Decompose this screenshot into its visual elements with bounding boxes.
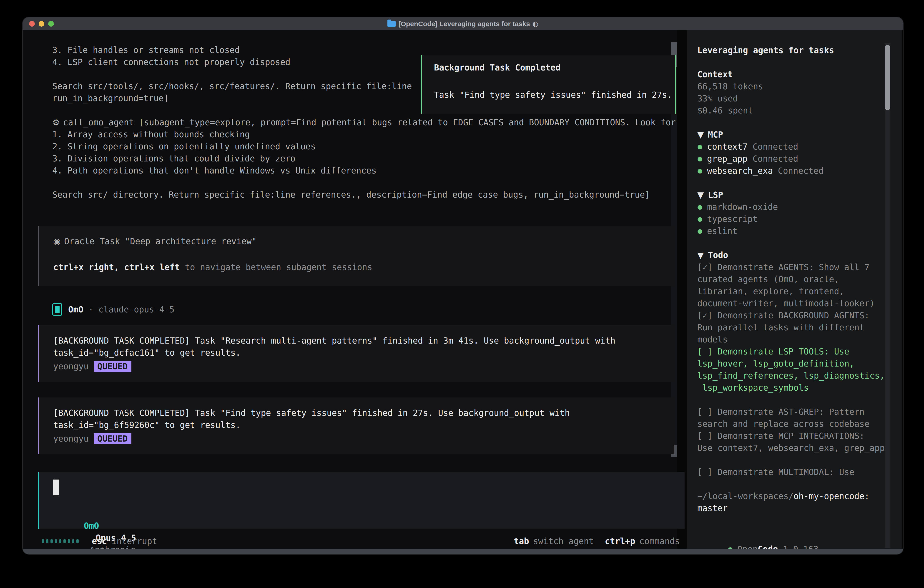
gear-icon: ⚙ xyxy=(52,117,60,127)
todo-section-header[interactable]: ▼Todo xyxy=(697,249,902,261)
todo-line: document-writer, multimodal-looker) xyxy=(697,297,902,309)
spacer xyxy=(697,394,902,406)
context-used: 33% used xyxy=(697,92,902,105)
tool-call-line: ⚙call_omo_agent [subagent_type=explore, … xyxy=(52,116,676,129)
esc-key-hint: esc xyxy=(92,537,107,546)
agent-name: OmO xyxy=(68,305,83,314)
ctrlp-key-hint: ctrl+p xyxy=(605,537,635,546)
lsp-item: ●markdown-oxide xyxy=(697,201,902,213)
spinner-dot xyxy=(42,539,44,543)
todo-line: models xyxy=(697,334,902,345)
task-meta-row: yeongyu QUEUED xyxy=(53,360,131,373)
chevron-down-icon: ▼ xyxy=(697,250,704,260)
oracle-task-hint: ctrl+x right, ctrl+x left to navigate be… xyxy=(53,261,372,273)
todo-line-active: [ ] Demonstrate LSP TOOLS: Use xyxy=(697,345,902,358)
terminal-line: 3. File handles or streams not closed xyxy=(52,44,676,56)
terminal-line: 4. Path operations that don't handle Win… xyxy=(52,165,676,177)
todo-line: [ ] Demonstrate AST-GREP: Pattern xyxy=(697,406,902,418)
context-tokens: 66,518 tokens xyxy=(697,81,902,92)
status-dot-icon: ● xyxy=(697,167,703,174)
app-version-footer: ●OpenCode 1.0.163 xyxy=(697,531,818,543)
tab-key-label: switch agent xyxy=(533,537,594,546)
spinner-dot xyxy=(68,539,70,543)
spacer xyxy=(697,56,902,68)
todo-line: librarian, explore, frontend, xyxy=(697,285,902,297)
prompt-input[interactable]: OmO Opus 4.5 Anthropic xyxy=(38,472,685,529)
text-cursor xyxy=(53,479,59,495)
task-user: yeongyu xyxy=(53,434,89,444)
task-meta-row: yeongyu QUEUED xyxy=(53,432,131,445)
todo-header-label: Todo xyxy=(708,250,728,260)
context-spent: $0.46 spent xyxy=(697,105,902,117)
agent-header: OmO · claude-opus-4-5 xyxy=(52,303,174,316)
spacer xyxy=(697,237,902,249)
input-agent-name[interactable]: OmO xyxy=(84,521,99,531)
workspace-path: ~/local-workspaces/oh-my-opencode: xyxy=(697,490,902,502)
window-title: [OpenCode] Leveraging agents for tasks ◐ xyxy=(23,17,903,30)
input-meta-row: OmO Opus 4.5 Anthropic xyxy=(53,508,136,520)
todo-line: [✓] Demonstrate AGENTS: Show all 7 xyxy=(697,261,902,273)
background-task-toast[interactable]: Background Task Completed Task "Find typ… xyxy=(421,55,676,114)
separator-dot: · xyxy=(88,305,94,314)
lsp-section-header[interactable]: ▼LSP xyxy=(697,189,902,201)
esc-key-label: interrupt xyxy=(112,537,157,546)
app-window: 3. File handles or streams not closed 4.… xyxy=(23,17,903,554)
terminal-line: 1. Array access without bounds checking xyxy=(52,129,676,140)
task-message-line: [BACKGROUND TASK COMPLETED] Task "Find t… xyxy=(53,407,570,419)
terminal-line xyxy=(52,177,676,189)
terminal-line: 2. String operations on potentially unde… xyxy=(52,140,676,153)
toast-title: Background Task Completed xyxy=(434,62,561,74)
chevron-down-icon: ▼ xyxy=(697,190,704,200)
todo-line-active: lsp_hover, lsp_goto_definition, xyxy=(697,358,902,370)
spinner-dot xyxy=(55,539,57,543)
sidebar-scrollbar-track[interactable] xyxy=(884,43,890,548)
mcp-name: websearch_exa xyxy=(707,166,773,176)
spacer xyxy=(697,177,902,189)
lsp-name: eslint xyxy=(707,226,738,236)
todo-line: search and replace across codebase xyxy=(697,418,902,430)
mcp-item: ●context7 Connected xyxy=(697,141,902,153)
status-dot-icon: ● xyxy=(697,216,703,222)
todo-line: Use context7, websearch_exa, grep_app xyxy=(697,442,902,454)
tab-key-hint: tab xyxy=(514,537,529,546)
fisheye-icon: ◉ xyxy=(53,236,61,246)
todo-line: [✓] Demonstrate BACKGROUND AGENTS: xyxy=(697,309,902,322)
context-header: Context xyxy=(697,68,902,81)
todo-line: [ ] Demonstrate MULTIMODAL: Use xyxy=(697,466,902,478)
todo-line: [ ] Demonstrate MCP INTEGRATIONS: xyxy=(697,430,902,442)
todo-line: curated agents (OmO, oracle, xyxy=(697,273,902,285)
sidebar: Leveraging agents for tasks Context 66,5… xyxy=(686,30,902,549)
ctrlp-key-label: commands xyxy=(639,537,680,546)
task-user: yeongyu xyxy=(53,362,89,371)
status-dot-icon: ● xyxy=(697,203,703,210)
oracle-task-box: ◉Oracle Task "Deep architecture review" … xyxy=(38,226,674,286)
workspace-path-dim: ~/local-workspaces/ xyxy=(697,491,794,501)
toast-body: Task "Find type safety issues" finished … xyxy=(434,89,672,101)
mcp-status: Connected xyxy=(752,142,798,152)
queued-badge: QUEUED xyxy=(94,433,131,444)
background-task-message: [BACKGROUND TASK COMPLETED] Task "Find t… xyxy=(38,398,674,454)
window-titlebar: [OpenCode] Leveraging agents for tasks ◐ xyxy=(23,17,903,30)
hint-keys: ctrl+x right, ctrl+x left xyxy=(53,263,180,272)
queued-badge: QUEUED xyxy=(94,361,131,372)
sidebar-scrollbar-thumb[interactable] xyxy=(884,45,890,110)
status-dot-icon: ● xyxy=(697,228,703,235)
todo-line-active: lsp_workspace_symbols xyxy=(697,382,902,394)
spacer xyxy=(697,454,902,466)
workspace-path-strong: oh-my-opencode: xyxy=(794,491,870,501)
mcp-status xyxy=(747,154,752,164)
chevron-down-icon: ▼ xyxy=(697,130,704,140)
lsp-item: ●typescript xyxy=(697,213,902,225)
spinner-dot xyxy=(51,539,53,543)
oracle-task-text: Oracle Task "Deep architecture review" xyxy=(64,236,256,246)
spacer xyxy=(697,478,902,490)
mcp-section-header[interactable]: ▼MCP xyxy=(697,129,902,141)
hint-text: to navigate between subagent sessions xyxy=(180,263,372,272)
mcp-status: Connected xyxy=(752,154,798,164)
tool-call-text: call_omo_agent [subagent_type=explore, p… xyxy=(63,117,676,127)
oracle-task-title: ◉Oracle Task "Deep architecture review" xyxy=(53,235,257,248)
omo-agent-icon xyxy=(52,303,62,315)
task-message-line: [BACKGROUND TASK COMPLETED] Task "Resear… xyxy=(53,335,615,347)
terminal-line: Search src/ directory. Return specific f… xyxy=(52,189,676,201)
spinner-dot xyxy=(46,539,48,543)
